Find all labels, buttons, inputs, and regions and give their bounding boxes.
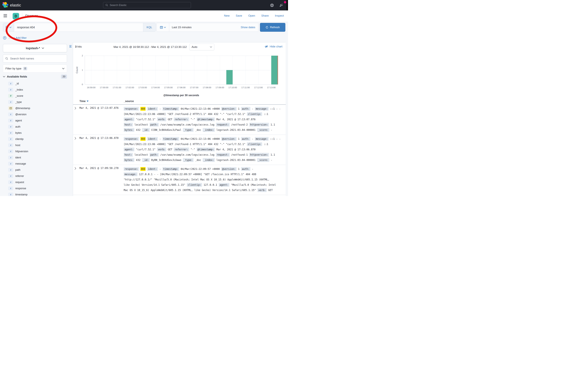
field-list: t_idt_index#_scoret_type@timestampt@vers…: [3, 81, 67, 196]
help-icon[interactable]: [270, 3, 274, 7]
available-fields-count-badge: 20: [61, 75, 67, 79]
field-tag: response:: [124, 137, 139, 141]
date-picker: Last 15 minutes Show dates: [157, 23, 258, 32]
results-panel: 3 hits Mar 4, 2021 @ 16:58:30.112 - Mar …: [73, 42, 286, 196]
date-quick-select-button[interactable]: [157, 23, 169, 31]
interval-select[interactable]: Auto: [189, 44, 214, 50]
field-type-string-icon: t: [8, 180, 13, 184]
field-tag: response:: [124, 167, 139, 171]
histogram-chart[interactable]: 16:59:0017:00:0017:01:0017:02:0017:03:00…: [73, 51, 286, 100]
field-tag: timestamp:: [162, 107, 179, 111]
query-language-button[interactable]: KQL: [143, 23, 156, 31]
x-axis-tick: 17:12:00: [252, 86, 265, 89]
global-search-placeholder: Search Elastic: [110, 4, 127, 7]
highlighted-value: 404: [140, 107, 145, 111]
field-item-host[interactable]: thost: [3, 142, 67, 148]
row-timestamp: Mar 4, 2021 @ 17:09:58.278: [80, 167, 118, 169]
field-item-agent[interactable]: tagent: [3, 117, 67, 124]
filter-by-type-select[interactable]: Filter by type 0: [3, 65, 67, 73]
field-item-_id[interactable]: t_id: [3, 81, 67, 87]
table-row: Mar 4, 2021 @ 17:09:58.278response: 404 …: [73, 165, 286, 195]
global-search-input[interactable]: Search Elastic: [103, 2, 191, 8]
hide-chart-button[interactable]: Hide chart: [265, 45, 282, 48]
histogram-bar[interactable]: [226, 70, 233, 84]
elastic-logo-icon: [2, 2, 8, 8]
field-tag: path:: [149, 123, 159, 127]
field-item-httpversion[interactable]: thttpversion: [3, 148, 67, 154]
field-tag: path:: [149, 153, 159, 157]
notification-badge: [284, 1, 286, 3]
nav-action-new[interactable]: New: [224, 14, 230, 17]
field-name: clientip: [15, 138, 24, 141]
field-item-ident[interactable]: tident: [3, 154, 67, 161]
x-axis-label: @timestamp per 30 seconds: [85, 94, 278, 97]
field-tag: message:: [255, 137, 269, 141]
newsfeed-icon[interactable]: [279, 3, 283, 7]
field-tag: _type:: [183, 158, 194, 162]
nav-action-save[interactable]: Save: [236, 14, 242, 17]
field-type-string-icon: t: [8, 149, 13, 153]
expand-row-icon[interactable]: [74, 167, 76, 170]
field-tag: auth:: [241, 137, 250, 141]
field-tag: request:: [216, 153, 230, 157]
field-item-_score[interactable]: #_score: [3, 93, 67, 99]
filter-count-badge: 0: [23, 67, 27, 70]
field-item-bytes[interactable]: tbytes: [3, 130, 67, 136]
field-item-request[interactable]: trequest: [3, 179, 67, 185]
field-tag: verb:: [157, 117, 166, 121]
histogram-bar[interactable]: [271, 56, 278, 84]
field-tag: bytes:: [124, 128, 134, 132]
field-tag: _score:: [257, 158, 269, 162]
time-range-value[interactable]: Last 15 minutes: [169, 26, 241, 29]
nav-action-share[interactable]: Share: [261, 14, 269, 17]
field-tag: _id:: [142, 128, 150, 132]
show-dates-button[interactable]: Show dates: [241, 26, 258, 29]
field-name: _index: [15, 88, 23, 91]
refresh-button[interactable]: Refresh: [260, 23, 285, 32]
field-tag: timestamp:: [162, 137, 179, 141]
field-tag: ident:: [147, 137, 158, 141]
table-row: Mar 4, 2021 @ 17:13:07.876response: 404 …: [73, 105, 286, 135]
column-header-source[interactable]: _source: [124, 100, 134, 103]
collapse-sidebar-button[interactable]: [69, 45, 72, 48]
sort-desc-icon: [87, 101, 88, 102]
field-search-input[interactable]: Search field names: [3, 55, 67, 62]
field-type-string-icon: t: [8, 125, 13, 129]
field-name: _type: [15, 101, 22, 104]
y-axis-tick: 0: [77, 83, 83, 85]
field-item-clientip[interactable]: tclientip: [3, 136, 67, 142]
x-axis-tick: 17:03:00: [136, 86, 149, 89]
field-name: auth: [15, 125, 20, 128]
expand-row-icon[interactable]: [74, 107, 76, 110]
field-item-@timestamp[interactable]: @timestamp: [3, 105, 67, 111]
column-header-time[interactable]: Time: [80, 100, 88, 103]
field-type-string-icon: t: [8, 82, 13, 85]
expand-row-icon[interactable]: [74, 137, 76, 140]
available-fields-header: Available fields: [7, 75, 59, 78]
document-rows: Mar 4, 2021 @ 17:13:07.876response: 404 …: [73, 105, 286, 195]
nav-actions: NewSaveOpenShareInspect: [224, 14, 284, 17]
field-item-@version[interactable]: t@version: [3, 111, 67, 117]
field-type-string-icon: t: [8, 168, 13, 172]
field-item-path[interactable]: tpath: [3, 167, 67, 173]
nav-action-inspect[interactable]: Inspect: [275, 14, 284, 17]
x-axis-tick: 17:11:00: [239, 86, 252, 89]
field-item-response[interactable]: tresponse: [3, 185, 67, 192]
field-item-message[interactable]: tmessage: [3, 161, 67, 167]
field-item-timestamp[interactable]: ttimestamp: [3, 192, 67, 196]
field-item-_index[interactable]: t_index: [3, 87, 67, 93]
nav-action-open[interactable]: Open: [248, 14, 255, 17]
field-tag: message:: [124, 172, 138, 176]
chevron-down-icon: [62, 68, 64, 69]
chevron-down-icon[interactable]: [3, 76, 5, 77]
x-axis-tick: 17:00:00: [97, 86, 111, 89]
field-item-_type[interactable]: t_type: [3, 99, 67, 105]
index-pattern-select[interactable]: logstash-*: [3, 44, 67, 52]
annotation-red-ellipse: [5, 15, 58, 43]
field-item-referrer[interactable]: treferrer: [3, 173, 67, 179]
field-tag: agent:: [124, 147, 134, 151]
field-item-auth[interactable]: tauth: [3, 124, 67, 130]
field-tag: _id:: [142, 158, 150, 162]
field-tag: _score:: [257, 128, 269, 132]
y-axis-label: Count: [76, 67, 79, 73]
